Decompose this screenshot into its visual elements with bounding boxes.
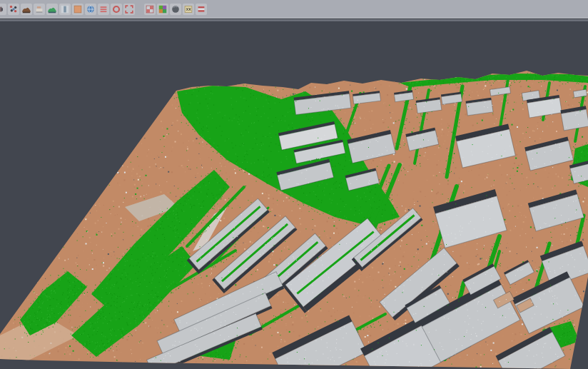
- toolbar: [0, 0, 588, 19]
- clip-box-icon[interactable]: [144, 4, 156, 15]
- point-cloud-canvas[interactable]: [0, 21, 588, 369]
- point-classification-icon[interactable]: [8, 4, 19, 15]
- cross-section-icon[interactable]: [59, 4, 71, 15]
- classified-cloud-icon[interactable]: [157, 4, 168, 15]
- terrain-model-icon[interactable]: [21, 4, 32, 15]
- viewport-3d[interactable]: [0, 21, 588, 369]
- app-window: { "toolbar": { "background": "#a9acb4", …: [0, 0, 588, 369]
- vegetation-model-icon[interactable]: [46, 4, 58, 15]
- zoom-extent-icon[interactable]: [123, 4, 135, 15]
- building-model-icon[interactable]: [34, 4, 45, 15]
- area-measure-icon[interactable]: [72, 4, 83, 15]
- partial-tool-icon[interactable]: [0, 4, 6, 15]
- sphere-render-icon[interactable]: [170, 4, 181, 15]
- circle-selection-icon[interactable]: [111, 4, 122, 15]
- globe-view-icon[interactable]: [85, 4, 96, 15]
- attribute-table-icon[interactable]: [183, 4, 194, 15]
- profile-layers-icon[interactable]: [98, 4, 109, 15]
- legend-bars-icon[interactable]: [196, 4, 207, 15]
